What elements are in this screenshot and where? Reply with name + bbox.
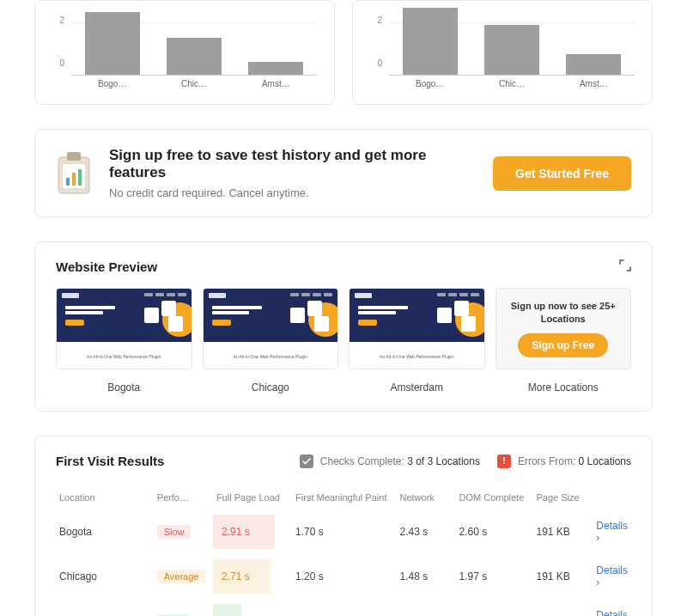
signup-locations-card: Sign up now to see 25+ Locations Sign up… [495, 288, 632, 369]
chart-bar [85, 12, 140, 75]
chart-bar [566, 54, 621, 75]
svg-rect-1 [67, 152, 81, 161]
details-link[interactable]: Details [596, 609, 628, 616]
x-label: Chic… [471, 79, 552, 91]
signup-locations-text: Sign up now to see 25+ Locations [503, 300, 624, 325]
bar-chart-right: 02Bogo…Chic…Amst… [370, 9, 635, 91]
th-dom-complete: DOM Complete [455, 485, 532, 509]
th-location: Location [56, 485, 154, 509]
chart-panel-right: 02Bogo…Chic…Amst… [352, 0, 653, 105]
cell-network: 553 ms [396, 599, 455, 616]
preview-thumbnail[interactable]: An All-in-One Web Performance Plugin [203, 288, 339, 369]
details-link[interactable]: Details [596, 564, 628, 589]
th-full-page-load: Full Page Load [213, 485, 292, 509]
cell-network: 2.43 s [396, 509, 455, 554]
cell-dom: 1.97 s [455, 554, 532, 599]
preview-thumb-col: An All-in-One Web Performance Plugin Ams… [349, 288, 485, 393]
check-complete-icon [300, 454, 313, 468]
cell-fmp: 1.70 s [292, 509, 396, 554]
cell-location: Amsterdam [56, 599, 154, 616]
more-locations-label: More Locations [495, 381, 632, 393]
cell-location: Bogota [56, 509, 154, 554]
cta-subtitle: No credit card required. Cancel anytime. [109, 186, 476, 199]
chart-panel-left: 02Bogo…Chic…Amst… [34, 0, 335, 105]
first-visit-results-panel: First Visit Results Checks Complete: 3 o… [34, 436, 653, 616]
cell-size: 191 KB [532, 554, 593, 599]
th-first-meaningful-paint: First Meaningful Paint [292, 485, 396, 509]
svg-rect-5 [78, 169, 82, 186]
cell-fmp: 1.20 s [292, 554, 396, 599]
results-table: Location Perfo… Full Page Load First Mea… [56, 485, 631, 616]
cell-full-page-load: 1.20 s [213, 599, 292, 616]
performance-badge: Slow [157, 525, 192, 539]
signup-free-button[interactable]: Sign up Free [518, 333, 608, 357]
chart-bar [484, 25, 539, 75]
chart-bar [248, 62, 303, 75]
error-icon: ! [497, 454, 511, 468]
cell-dom: 0.80 s [455, 599, 532, 616]
cta-title: Sign up free to save test history and ge… [109, 147, 476, 181]
preview-signup-col: Sign up now to see 25+ Locations Sign up… [495, 288, 632, 393]
table-row: Amsterdam Fast 1.20 s 0.90 s 553 ms 0.80… [56, 599, 631, 616]
performance-badge: Average [157, 570, 206, 583]
y-tick: 0 [377, 58, 382, 68]
chart-bar [167, 38, 222, 75]
table-row: Bogota Slow 2.91 s 1.70 s 2.43 s 2.60 s … [56, 509, 631, 554]
cell-performance: Average [154, 554, 213, 599]
cell-full-page-load: 2.91 s [213, 509, 292, 554]
y-tick: 2 [59, 15, 64, 25]
results-tbody: Bogota Slow 2.91 s 1.70 s 2.43 s 2.60 s … [56, 509, 631, 616]
chart-bar [403, 8, 458, 75]
cell-size: 191 KB [532, 509, 593, 554]
preview-thumb-col: An All-in-One Web Performance Plugin Chi… [203, 288, 339, 393]
signup-cta-banner: Sign up free to save test history and ge… [34, 129, 653, 217]
website-preview-panel: Website Preview An All-in-One Web Perfor… [34, 241, 653, 412]
cell-full-page-load: 2.71 s [213, 554, 292, 599]
x-label: Amst… [235, 79, 317, 91]
preview-thumbnails: An All-in-One Web Performance Plugin Bog… [56, 288, 631, 393]
details-link[interactable]: Details [596, 520, 628, 544]
preview-thumbnail[interactable]: An All-in-One Web Performance Plugin [349, 288, 485, 369]
table-row: Chicago Average 2.71 s 1.20 s 1.48 s 1.9… [56, 554, 631, 599]
cell-fmp: 0.90 s [292, 599, 396, 616]
preview-thumb-col: An All-in-One Web Performance Plugin Bog… [56, 288, 192, 393]
x-label: Bogo… [71, 79, 153, 91]
y-tick: 2 [377, 15, 382, 25]
cell-performance: Fast [154, 599, 213, 616]
thumb-label: Chicago [203, 381, 339, 393]
svg-rect-4 [72, 173, 76, 186]
th-network: Network [396, 485, 455, 509]
errors-from-text: Errors From: 0 Locations [518, 455, 631, 467]
th-performance: Perfo… [154, 485, 213, 509]
cell-location: Chicago [56, 554, 154, 599]
x-label: Chic… [153, 79, 234, 91]
cell-network: 1.48 s [396, 554, 455, 599]
results-title: First Visit Results [56, 454, 300, 468]
bar-chart-left: 02Bogo…Chic…Amst… [52, 9, 317, 91]
preview-title: Website Preview [56, 259, 157, 274]
cell-performance: Slow [154, 509, 213, 554]
thumb-label: Amsterdam [349, 381, 485, 393]
y-tick: 0 [59, 58, 64, 68]
cell-size: 191 KB [532, 599, 593, 616]
preview-thumbnail[interactable]: An All-in-One Web Performance Plugin [56, 288, 192, 369]
th-page-size: Page Size [532, 485, 593, 509]
thumb-label: Bogota [56, 381, 192, 393]
expand-icon[interactable] [619, 259, 631, 274]
x-label: Amst… [553, 79, 635, 91]
cell-dom: 2.60 s [455, 509, 532, 554]
get-started-free-button[interactable]: Get Started Free [493, 156, 631, 191]
checks-complete-text: Checks Complete: 3 of 3 Locations [320, 455, 480, 467]
x-label: Bogo… [389, 79, 471, 91]
clipboard-chart-icon [56, 152, 92, 195]
svg-rect-3 [66, 178, 70, 186]
